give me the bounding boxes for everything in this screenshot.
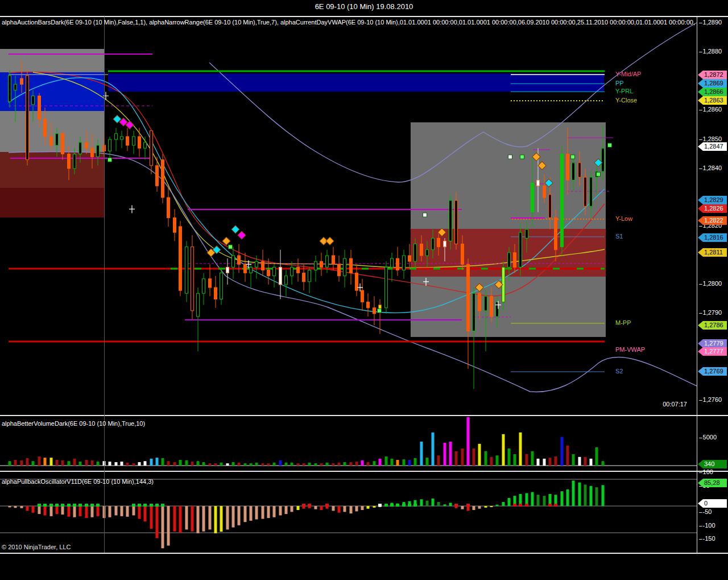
price-axis[interactable]: 1,28901,28801,28601,28501,28401,28201,28… (697, 17, 728, 553)
candle-body (179, 227, 182, 290)
volume-bar (9, 461, 11, 466)
oscillator-bar (167, 506, 170, 546)
entry-square (520, 155, 524, 159)
oscillator-bar (156, 506, 159, 538)
candle-body (490, 296, 493, 316)
oscillator-bar (115, 506, 118, 515)
candle-body (508, 253, 511, 268)
volume-bar (572, 454, 575, 466)
oscillator-bar (232, 506, 235, 528)
axis-tick-label: 1,2800 (699, 280, 722, 287)
candle-body (209, 279, 212, 287)
oscillator-bar (97, 506, 100, 516)
volume-bar (238, 463, 241, 466)
oscillator-cap (525, 504, 528, 507)
volume-bar (526, 454, 528, 466)
candle-body (9, 76, 11, 102)
price-tag: 1,2786 (698, 321, 727, 330)
oscillator-bar (209, 506, 212, 529)
candle-body (167, 198, 170, 218)
volume-bar (133, 463, 135, 466)
candle-body (291, 267, 293, 275)
candle-body (214, 287, 217, 299)
oscillator-bar (444, 504, 446, 506)
volume-bar (250, 463, 253, 466)
volume-bar (361, 460, 364, 466)
oscillator-cap (73, 504, 76, 507)
volume-bar (467, 417, 470, 466)
oscillator-bar (420, 499, 423, 506)
oscillator-bar (91, 506, 94, 517)
volume-bar (50, 458, 53, 466)
oscillator-bar (297, 506, 300, 510)
candle-body (385, 267, 388, 307)
candle-body (133, 137, 135, 145)
volume-bar (38, 456, 41, 466)
oscillator-cap (78, 504, 82, 507)
oscillator-bar (315, 506, 317, 509)
candle-body (250, 267, 253, 273)
candle-body (73, 154, 76, 169)
oscillator-bar (473, 506, 475, 510)
volume-bar (478, 444, 481, 466)
entry-square (378, 308, 382, 312)
oscillator-cap (413, 504, 417, 507)
oscillator-bar (238, 506, 241, 525)
volume-bar (350, 462, 353, 466)
volume-bar (73, 459, 76, 466)
auction-zone (0, 49, 104, 72)
candle-body (590, 177, 593, 206)
oscillator-bar (73, 506, 76, 517)
candle-body (361, 290, 364, 302)
volume-bar (232, 462, 235, 466)
volume-bar (144, 461, 147, 466)
volume-bar (320, 463, 323, 466)
candle-body (426, 250, 429, 256)
oscillator-bar (426, 501, 429, 506)
narrow-range-plus (129, 205, 135, 213)
level-label-pp: PP (615, 80, 624, 87)
oscillator-cap (96, 504, 100, 507)
oscillator-bar (490, 506, 493, 507)
volume-bar (332, 463, 335, 466)
oscillator-cap (325, 504, 329, 507)
oscillator-bar (432, 499, 435, 506)
oscillator-cap (396, 504, 399, 507)
volume-bar (590, 459, 593, 466)
candle-body (115, 134, 118, 139)
oscillator-bar (173, 506, 176, 532)
oscillator-bar (197, 506, 200, 533)
candle-body (467, 264, 470, 331)
oscillator-bar (320, 506, 323, 510)
volume-bar (490, 457, 493, 466)
oscillator-cap (302, 504, 305, 507)
oscillator-bar (50, 506, 53, 516)
volume-bar (437, 455, 440, 466)
candle-body (297, 267, 300, 273)
oscillator-bar (355, 506, 358, 511)
volume-bar (61, 460, 64, 466)
oscillator-bar (537, 495, 540, 506)
main-indicator-label: alphaAuctionBarsDark(6E 09-10 (10 Min),F… (2, 19, 695, 26)
candle-body (344, 258, 346, 276)
candle-body (543, 186, 546, 198)
candle-body (449, 200, 452, 241)
volume-bar (355, 462, 358, 466)
volume-bar (449, 442, 452, 466)
oscillator-bar (191, 506, 194, 532)
volume-bar (566, 446, 569, 466)
oscillator-cap (49, 504, 53, 507)
volume-bar (403, 459, 406, 466)
oscillator-cap (454, 504, 458, 507)
entry-square (608, 143, 612, 147)
volume-bar (262, 463, 264, 466)
volume-bar (414, 458, 417, 466)
candle-body (197, 293, 200, 316)
oscillator-bar (44, 506, 47, 515)
volume-bar (537, 459, 540, 466)
time-axis[interactable]: 21:0022:0023:008/1902:0003:0004:0005:000… (0, 553, 728, 580)
oscillator-cap (155, 504, 159, 507)
volume-bar (285, 463, 288, 466)
candle-body (602, 148, 605, 171)
signal-diamond (238, 231, 246, 239)
